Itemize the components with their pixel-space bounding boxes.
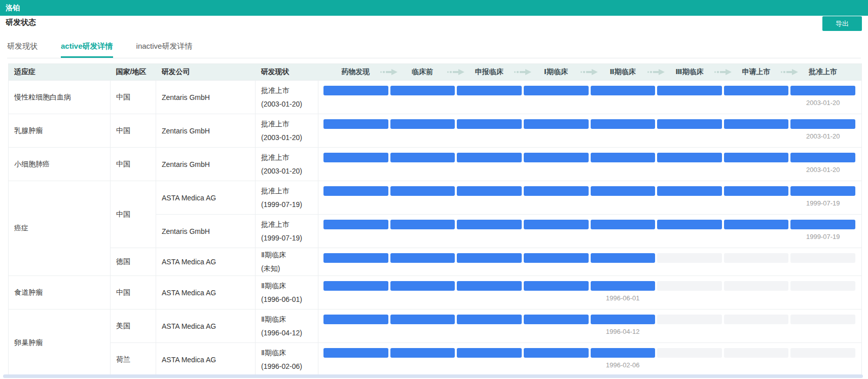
milestone-date-empty (457, 233, 522, 240)
tab-0[interactable]: 研发现状 (7, 42, 38, 58)
stage-bar-filled (657, 86, 722, 95)
status-date: (1996-04-12) (261, 326, 318, 340)
milestone-date-empty (724, 99, 789, 107)
milestone-date-empty (524, 328, 589, 335)
milestone-date: 1996-02-06 (591, 361, 656, 369)
country-cell: 中国 (111, 148, 156, 181)
country-cell: 荷兰 (111, 343, 156, 376)
stage-bar-filled (457, 186, 522, 196)
stage-label-3: Ⅰ期临床 (524, 67, 589, 77)
stage-bar-filled (724, 119, 789, 129)
table-row: 德国ASTA Medica AGⅡ期临床(未知) (9, 248, 862, 276)
stage-bar-empty (790, 315, 855, 324)
stage-bar-filled (724, 186, 789, 196)
milestone-date-empty (457, 361, 522, 369)
stage-bar-filled (524, 253, 589, 263)
table-header-row: 适应症国家/地区研发公司研发现状药物发现临床前申报临床Ⅰ期临床Ⅱ期临床Ⅲ期临床申… (9, 64, 862, 81)
stage-bar-filled (323, 119, 388, 129)
milestone-date: 2003-01-20 (790, 166, 855, 174)
milestone-date-empty (524, 294, 589, 302)
milestone-date-empty (657, 199, 722, 207)
milestone-date: 2003-01-20 (790, 132, 855, 140)
company-cell: Zentaris GmbH (156, 215, 256, 248)
export-button[interactable]: 导出 (822, 16, 862, 31)
status-date: (1999-07-19) (261, 231, 318, 245)
stage-bar-filled (323, 186, 388, 196)
stage-label-4: Ⅱ期临床 (590, 67, 655, 77)
milestone-date-empty (457, 328, 522, 335)
milestone-date-empty (390, 199, 455, 207)
column-header-2: 研发公司 (156, 64, 256, 81)
status-date: (1999-07-19) (261, 198, 318, 212)
indication-cell: 慢性粒细胞白血病 (9, 81, 111, 114)
milestone-date-empty (591, 199, 656, 207)
indication-cell: 癌症 (9, 181, 111, 276)
stage-bar-empty (724, 281, 789, 291)
milestone-date-empty (591, 166, 656, 174)
status-cell: Ⅱ期临床(1996-02-06) (256, 343, 318, 376)
stage-bar-filled (323, 281, 388, 291)
country-cell: 中国 (111, 114, 156, 148)
pipeline-cell: 2003-01-20 (318, 81, 862, 114)
stage-bar-empty (657, 348, 722, 358)
stage-bar-filled (390, 119, 455, 129)
country-cell: 中国 (111, 276, 156, 309)
milestone-date-empty (657, 294, 722, 302)
country-cell: 中国 (111, 81, 156, 114)
stage-bar-empty (790, 253, 855, 263)
status-date: (1996-02-06) (261, 360, 318, 373)
drug-name: 洛铂 (6, 4, 20, 13)
milestone-date-empty (724, 166, 789, 174)
stage-bar-filled (323, 86, 388, 95)
milestone-date-empty (724, 361, 789, 369)
milestone-date-empty (657, 166, 722, 174)
horizontal-scrollbar-thumb[interactable] (3, 374, 863, 378)
status-cell: Ⅱ期临床(未知) (256, 248, 318, 276)
company-cell: ASTA Medica AG (156, 181, 256, 215)
stage-bar-empty (724, 348, 789, 358)
table-row: 食道肿瘤中国ASTA Medica AGⅡ期临床(1996-06-01)1996… (9, 276, 862, 309)
milestone-date-empty (657, 132, 722, 140)
milestone-date-empty (524, 99, 589, 107)
milestone-date-empty (390, 233, 455, 240)
stage-label-2: 申报临床 (457, 67, 522, 77)
stage-bar-empty (657, 253, 722, 263)
milestone-date-empty (323, 199, 388, 207)
stage-bar-filled (591, 348, 656, 358)
tab-2[interactable]: inactive研发详情 (136, 42, 193, 58)
pipeline-cell: 1999-07-19 (318, 215, 862, 248)
stage-bar-filled (790, 153, 855, 162)
stage-bar-filled (524, 281, 589, 291)
tab-1[interactable]: active研发详情 (61, 42, 113, 58)
stage-bar-filled (524, 119, 589, 129)
status-cell: 批准上市(2003-01-20) (256, 148, 318, 181)
stage-label-7: 批准上市 (790, 67, 855, 77)
table-row: 小细胞肺癌中国Zentaris GmbH批准上市(2003-01-20)2003… (9, 148, 862, 181)
stage-bar-filled (524, 348, 589, 358)
stage-label-5: Ⅲ期临床 (657, 67, 722, 77)
stage-label-6: 申请上市 (724, 67, 789, 77)
stage-bar-filled (457, 119, 522, 129)
stage-bar-filled (724, 86, 789, 95)
status-cell: 批准上市(1999-07-19) (256, 215, 318, 248)
stage-bar-filled (591, 119, 656, 129)
indication-cell: 乳腺肿瘤 (9, 114, 111, 148)
column-header-0: 适应症 (9, 64, 111, 81)
country-cell: 德国 (111, 248, 156, 276)
milestone-date-empty (457, 132, 522, 140)
milestone-date-empty (724, 328, 789, 335)
milestone-date-empty (657, 99, 722, 107)
stage-bar-filled (390, 86, 455, 95)
stage-bar-filled (457, 220, 522, 229)
status-phase: 批准上市 (261, 84, 318, 97)
stage-bar-empty (724, 315, 789, 324)
milestone-date-empty (390, 361, 455, 369)
stage-bar-empty (790, 281, 855, 291)
section-title: 研发状态 (0, 16, 868, 27)
company-cell: Zentaris GmbH (156, 81, 256, 114)
milestone-date-empty (591, 132, 656, 140)
milestone-date-empty (524, 361, 589, 369)
milestone-date-empty (657, 328, 722, 335)
status-cell: Ⅱ期临床(1996-06-01) (256, 276, 318, 309)
milestone-date-empty (457, 294, 522, 302)
